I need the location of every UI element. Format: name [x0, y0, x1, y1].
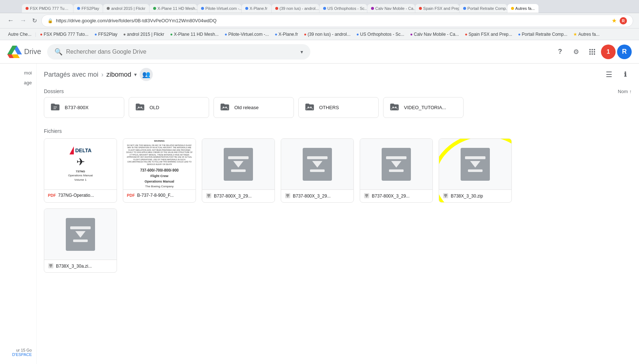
sidebar-item-moi[interactable]: moi [0, 68, 36, 78]
notification-button[interactable]: 1 [601, 45, 616, 59]
shared-folder-icon[interactable]: 👥 [140, 68, 153, 81]
folder-shared-icon-3 [305, 102, 315, 113]
file-footer: PDF B-737-7-8-900_F... [123, 190, 196, 201]
folder-name: OLD [150, 105, 159, 110]
file-card-737ng[interactable]: DELTA ✈ 737NG Operations Manual Volume 1… [44, 138, 117, 203]
search-icon: 🔍 [54, 48, 63, 56]
bookmark-autres[interactable]: ★ Autres fa... [571, 31, 602, 38]
tab-label: X-Plane.fr [250, 6, 268, 11]
folder-name: Old release [234, 105, 258, 110]
nav-refresh[interactable]: ↻ [31, 16, 38, 26]
url-bar[interactable]: 🔒 https://drive.google.com/drive/folders… [41, 15, 633, 27]
folder-name: B737-800X [65, 105, 88, 110]
file-thumbnail-boeing: WARNING DO NOT USE THIS MANUAL OR ANY OF… [123, 139, 196, 190]
bookmark-autre[interactable]: Autre Che... [6, 31, 34, 38]
info-button[interactable]: ℹ [619, 68, 632, 81]
breadcrumb-root[interactable]: Partagés avec moi [44, 71, 98, 78]
search-box[interactable]: 🔍 ▾ [47, 44, 310, 60]
tab-usortho[interactable]: US Orthophotos - Sc... [320, 4, 367, 13]
tab-calv[interactable]: Calv Nav Mobile - Ca... [367, 4, 415, 13]
file-card-b738a[interactable]: B738X_3_30a.zi... [44, 208, 117, 273]
svg-rect-26 [286, 195, 289, 196]
svg-point-12 [594, 53, 595, 55]
bookmark-us[interactable]: ● US Orthophotos - Sc... [354, 31, 407, 38]
svg-rect-22 [207, 194, 210, 195]
bookmark-calv[interactable]: ● Calv Nav Mobile - Ca... [408, 31, 461, 38]
zip-icon-2 [285, 193, 291, 199]
sort-arrow-icon: ↑ [629, 89, 632, 94]
tab-fsxpmdg[interactable]: FSX PMDG 777 Tuto... [22, 4, 73, 13]
tab-label: Portail Retraite Comp... [468, 6, 507, 11]
bookmark-xplane11[interactable]: ● X-Plane 11 HD Mesh... [168, 31, 221, 38]
svg-point-7 [589, 51, 591, 53]
file-name: B737-800X_3_29... [293, 194, 330, 199]
bookmark-fsx[interactable]: ● FSX PMDG 777 Tuto... [38, 31, 91, 38]
tab-autresfa[interactable]: Autres fa... [507, 4, 538, 13]
nav-forward[interactable]: → [18, 15, 28, 26]
bookmark-39[interactable]: ● (39 non lus) - androl... [302, 31, 353, 38]
breadcrumb-current[interactable]: zibomod [106, 71, 131, 78]
folder-shared-icon-4 [389, 102, 400, 113]
bookmark-ffs2[interactable]: ● FFS2Play [92, 31, 120, 38]
view-list-button[interactable]: ☰ [602, 68, 616, 81]
tab-portail[interactable]: Portail Retraite Comp... [460, 4, 507, 13]
file-card-b737-2[interactable]: B737-800X_3_29... [281, 138, 354, 203]
help-button[interactable]: ? [553, 45, 567, 59]
tab-spain[interactable]: Spain FSX and Prep... [415, 4, 459, 13]
folder-card-others[interactable]: OTHERS [298, 97, 379, 118]
storage-link[interactable]: D'ESPACE [4, 352, 32, 357]
folder-name: OTHERS [319, 105, 339, 110]
bookmark-spain[interactable]: ● Spain FSX and Prep... [462, 31, 514, 38]
apps-button[interactable] [585, 45, 600, 59]
file-footer: B738X_3_30a.zi... [44, 260, 117, 272]
folder-card-video[interactable]: VIDEO_TUTORIA... [383, 97, 464, 118]
folder-card-b737[interactable]: B737-800X [44, 97, 124, 118]
file-name: B738X_3_30a.zi... [56, 264, 92, 269]
sidebar-item-age[interactable]: age [0, 78, 36, 88]
main-wrapper: moi age ur 15 Go D'ESPACE Partagés avec … [0, 64, 639, 364]
file-card-b738-zip[interactable]: B738X_3_30.zip [439, 138, 512, 203]
svg-point-9 [594, 51, 595, 53]
file-thumbnail-generic2 [281, 139, 353, 190]
url-text: https://drive.google.com/drive/folders/0… [56, 18, 609, 23]
apps-icon [589, 48, 596, 55]
file-thumbnail-737ng: DELTA ✈ 737NG Operations Manual Volume 1 [44, 139, 117, 190]
settings-button[interactable]: ⚙ [569, 45, 583, 59]
bookmark-portail[interactable]: ● Portail Retraite Comp... [516, 31, 570, 38]
drive-header: Drive 🔍 ▾ ? ⚙ 1 R [0, 40, 639, 64]
folders-section-header: Dossiers Nom ↑ [44, 85, 632, 97]
file-thumbnail-b738a [44, 209, 117, 260]
bookmark-xplanefr[interactable]: ● X-Plane.fr [273, 31, 300, 38]
folder-name: VIDEO_TUTORIA... [404, 105, 446, 110]
bookmark-androl[interactable]: ● androl 2015 | Flickr [121, 31, 166, 38]
file-footer: B737-800X_3_29... [360, 190, 432, 202]
bookmark-pilote[interactable]: ● Pilote-Virtuel.com -... [222, 31, 271, 38]
pdf-icon-2: PDF [127, 193, 135, 198]
tab-label: (39 non lus) - androl... [280, 6, 319, 11]
tab-ffs2play[interactable]: FFS2Play [73, 4, 103, 13]
search-dropdown-icon[interactable]: ▾ [300, 49, 303, 55]
folder-card-old-release[interactable]: Old release [213, 97, 294, 118]
nav-back[interactable]: ← [6, 15, 15, 26]
lock-icon: 🔒 [48, 18, 53, 23]
file-thumbnail-b738 [439, 139, 511, 190]
file-card-b737-3[interactable]: B737-800X_3_29... [360, 138, 433, 203]
file-card-boeing-flight[interactable]: WARNING DO NOT USE THIS MANUAL OR ANY OF… [123, 138, 196, 203]
tab-xplanefr[interactable]: X-Plane.fr [242, 4, 271, 13]
tab-pilote[interactable]: Pilote-Virtuel.com -... [197, 4, 241, 13]
svg-point-10 [589, 53, 591, 55]
tab-label: Spain FSX and Prep... [423, 6, 459, 11]
storage-section: ur 15 Go D'ESPACE [0, 345, 36, 360]
search-input[interactable] [66, 49, 297, 55]
avatar[interactable]: R [617, 45, 632, 59]
file-card-b737-1[interactable]: B737-800X_3_29... [202, 138, 275, 203]
folder-card-old[interactable]: OLD [129, 97, 209, 118]
header-icons: ? ⚙ 1 R [553, 45, 632, 59]
sort-button[interactable]: Nom ↑ [618, 89, 632, 94]
file-thumbnail-generic1 [202, 139, 275, 190]
tab-androl[interactable]: androl 2015 | Flickr [103, 4, 149, 13]
tab-39nonlus[interactable]: (39 non lus) - androl... [272, 4, 319, 13]
chevron-down-icon[interactable]: ▾ [134, 72, 137, 77]
folder-icon [50, 102, 60, 113]
tab-xplane-mesh[interactable]: X-Plane 11 HD Mesh... [150, 4, 197, 13]
